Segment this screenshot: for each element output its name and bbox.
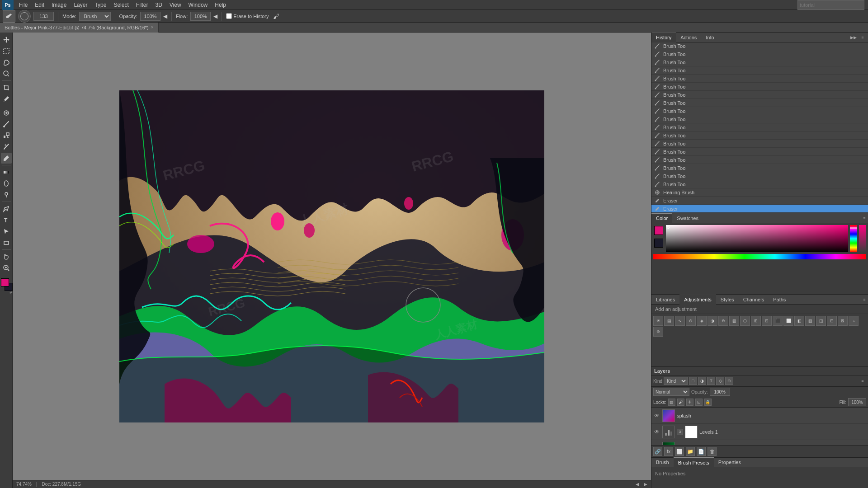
- tab-color[interactable]: Color: [651, 213, 672, 223]
- color-spectrum[interactable]: [653, 254, 866, 259]
- tab-channels[interactable]: Channels: [739, 295, 769, 305]
- tab-properties[interactable]: Properties: [714, 457, 745, 467]
- layer-visibility-btn[interactable]: 👁: [653, 412, 660, 419]
- tab-history[interactable]: History: [651, 33, 676, 42]
- mode-select[interactable]: Brush Pencil Block: [79, 12, 111, 21]
- opacity-input[interactable]: [140, 12, 160, 21]
- quick-select-tool[interactable]: [1, 68, 12, 79]
- nav-prev-btn[interactable]: ◀: [636, 482, 639, 487]
- eyedropper-tool[interactable]: [1, 94, 12, 104]
- add-group-btn[interactable]: 📁: [686, 447, 695, 456]
- adj-levels[interactable]: ▤: [664, 316, 674, 326]
- layer-item[interactable]: 👁bottle reflections: [651, 440, 868, 445]
- type-tool[interactable]: T: [1, 215, 12, 225]
- adj-4[interactable]: ⊠: [838, 316, 848, 326]
- foreground-color[interactable]: [1, 278, 9, 286]
- menu-edit[interactable]: Edit: [31, 1, 48, 9]
- history-item[interactable]: Brush Tool: [651, 164, 868, 172]
- lock-transparent-btn[interactable]: ▤: [668, 399, 675, 406]
- tab-libraries[interactable]: Libraries: [651, 295, 679, 305]
- adj-channel-mixer[interactable]: ⊞: [751, 316, 761, 326]
- zoom-tool[interactable]: [1, 263, 12, 273]
- adj-curves[interactable]: ∿: [675, 316, 685, 326]
- gradient-tool[interactable]: [1, 167, 12, 178]
- adj-bw[interactable]: ▧: [729, 316, 739, 326]
- menu-layer[interactable]: Layer: [70, 1, 91, 9]
- color-panel-menu[interactable]: ≡: [861, 215, 868, 222]
- doc-tab-main[interactable]: Bottles - Mejor Pink-377-Edit.tif @ 74.7…: [0, 23, 159, 33]
- filter-adj-btn[interactable]: ◑: [698, 377, 706, 385]
- adj-photo-filter[interactable]: ⬡: [740, 316, 750, 326]
- new-layer-btn[interactable]: 📄: [697, 447, 706, 456]
- dodge-tool[interactable]: [1, 189, 12, 200]
- color-alpha-slider[interactable]: [859, 225, 866, 252]
- menu-image[interactable]: Image: [48, 1, 70, 9]
- filter-smart-btn[interactable]: ⊙: [725, 377, 733, 385]
- clone-stamp-tool[interactable]: [1, 130, 12, 141]
- filter-shape-btn[interactable]: ◇: [716, 377, 724, 385]
- adj-6[interactable]: ⊕: [653, 327, 663, 337]
- tab-adjustments[interactable]: Adjustments: [679, 295, 716, 305]
- lock-pos-btn[interactable]: ✛: [686, 399, 693, 406]
- history-item[interactable]: Brush Tool: [651, 91, 868, 99]
- adj-exposure[interactable]: ⊙: [686, 316, 696, 326]
- history-item[interactable]: Brush Tool: [651, 83, 868, 91]
- wet-edges-btn[interactable]: 🖌: [273, 13, 279, 20]
- flow-jitter-btn[interactable]: ◀: [213, 13, 217, 19]
- pen-tool[interactable]: [1, 203, 12, 214]
- adj-selective-color[interactable]: ◫: [816, 316, 826, 326]
- doc-tab-close[interactable]: ×: [151, 25, 154, 30]
- history-item[interactable]: Brush Tool: [651, 99, 868, 107]
- adj-panel-menu[interactable]: ≡: [861, 296, 868, 303]
- history-item[interactable]: Brush Tool: [651, 42, 868, 50]
- tab-styles[interactable]: Styles: [716, 295, 739, 305]
- opacity-value-input[interactable]: [710, 388, 730, 396]
- history-item[interactable]: Brush Tool: [651, 172, 868, 180]
- history-item[interactable]: Brush Tool: [651, 58, 868, 66]
- tab-info[interactable]: Info: [701, 33, 718, 42]
- fg-color-mini[interactable]: [654, 226, 663, 235]
- erase-to-history-check[interactable]: Erase to History: [226, 13, 269, 19]
- adj-threshold[interactable]: ◧: [794, 316, 804, 326]
- move-tool[interactable]: [1, 34, 12, 45]
- panel-menu-btn[interactable]: ≡: [859, 34, 866, 41]
- brush-preview[interactable]: [18, 10, 31, 23]
- adj-brightness[interactable]: ☀: [653, 316, 663, 326]
- blur-tool[interactable]: [1, 178, 12, 189]
- layers-filter-type[interactable]: Kind Name Effect: [664, 377, 688, 385]
- history-item[interactable]: Brush Tool: [651, 180, 868, 188]
- lock-image-btn[interactable]: 🖌: [677, 399, 684, 406]
- history-item[interactable]: Brush Tool: [651, 66, 868, 75]
- color-gradient[interactable]: [666, 225, 848, 252]
- history-item[interactable]: Brush Tool: [651, 156, 868, 164]
- menu-filter[interactable]: Filter: [132, 1, 152, 9]
- link-layers-btn[interactable]: 🔗: [653, 447, 662, 456]
- history-item[interactable]: Brush Tool: [651, 50, 868, 58]
- adj-posterize[interactable]: ⬜: [783, 316, 793, 326]
- panel-expand-btn[interactable]: ▶▶: [850, 34, 857, 41]
- adj-3[interactable]: ⊟: [827, 316, 837, 326]
- crop-tool[interactable]: [1, 82, 12, 93]
- add-style-btn[interactable]: fx: [664, 447, 673, 456]
- adj-hue-sat[interactable]: ◑: [708, 316, 717, 326]
- tutorial-search[interactable]: [797, 0, 864, 10]
- layer-item[interactable]: 👁splash: [651, 408, 868, 424]
- add-mask-btn[interactable]: ⬜: [675, 447, 684, 456]
- filter-type-btn[interactable]: T: [707, 377, 715, 385]
- history-item[interactable]: Brush Tool: [651, 148, 868, 156]
- history-item[interactable]: Brush Tool: [651, 123, 868, 131]
- flow-input[interactable]: [190, 12, 211, 21]
- history-item[interactable]: Eraser: [651, 205, 868, 213]
- history-item[interactable]: Brush Tool: [651, 131, 868, 140]
- adj-vibrance[interactable]: ◈: [697, 316, 707, 326]
- brush-size-input[interactable]: [33, 12, 54, 21]
- marquee-tool[interactable]: [1, 46, 12, 56]
- history-item[interactable]: Brush Tool: [651, 107, 868, 115]
- tab-brush[interactable]: Brush: [651, 457, 674, 467]
- blend-mode-select[interactable]: Normal Multiply Screen Overlay: [653, 388, 689, 396]
- canvas-wrapper[interactable]: RRCG 人人素材 RRCG RRCG 人人素材: [13, 33, 651, 480]
- menu-help[interactable]: Help: [211, 1, 230, 9]
- lock-artboard-btn[interactable]: ⊡: [695, 399, 703, 406]
- adj-invert[interactable]: ⬛: [773, 316, 783, 326]
- fill-value-input[interactable]: [848, 398, 866, 406]
